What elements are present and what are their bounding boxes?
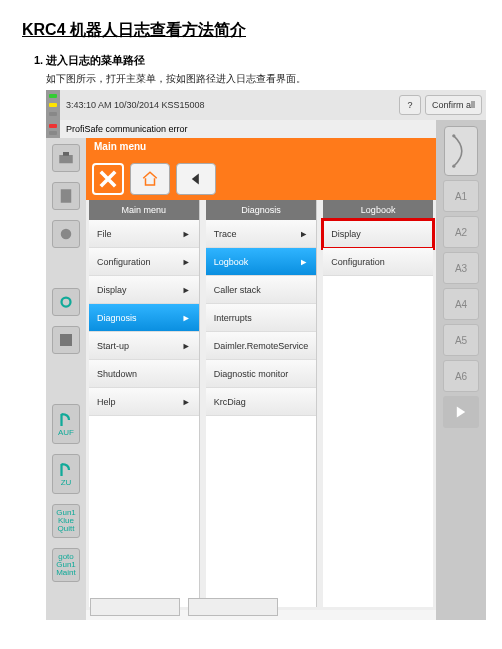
chevron-right-icon: ► [299,257,308,267]
goto-gun1-button[interactable]: goto Gun1 Maint [52,548,80,582]
right-rail: A1 A2 A3 A4 A5 A6 [436,120,486,620]
mi-label: Help [97,397,116,407]
mi-label: Logbook [214,257,249,267]
mi-interrupts[interactable]: Interrupts [206,304,317,332]
mi-startup[interactable]: Start-up► [89,332,199,360]
svg-point-4 [62,298,71,307]
chevron-right-icon: ► [182,257,191,267]
error-bar: ProfiSafe communication error [46,120,436,138]
col-diagnosis: Diagnosis Trace► Logbook► Caller stack I… [206,200,318,607]
footer-field-1[interactable] [90,598,180,616]
mi-shutdown[interactable]: Shutdown [89,360,199,388]
svg-point-6 [452,134,455,137]
mi-display[interactable]: Display► [89,276,199,304]
mi-label: KrcDiag [214,397,246,407]
main-menu-title: Main menu [86,138,436,158]
mi-label: Shutdown [97,369,137,379]
chevron-right-icon: ► [182,341,191,351]
mi-label: Configuration [331,257,385,267]
mi-diagmonitor[interactable]: Diagnostic monitor [206,360,317,388]
mi-daimler[interactable]: Daimler.RemoteService [206,332,317,360]
col-head-diag: Diagnosis [206,200,317,220]
mi-krcdiag[interactable]: KrcDiag [206,388,317,416]
mi-label: Display [331,229,361,239]
error-text: ProfiSafe communication error [60,124,188,134]
svg-rect-5 [60,334,72,346]
mi-callerstack[interactable]: Caller stack [206,276,317,304]
mi-label: Diagnostic monitor [214,369,289,379]
zu-button[interactable]: ZU [52,454,80,494]
svg-rect-2 [61,189,72,203]
left-rail: AUF ZU Gun1 Klue Quitt goto Gun1 Maint [46,138,86,620]
mi-label: Trace [214,229,237,239]
auf-button[interactable]: AUF [52,404,80,444]
svg-rect-1 [63,152,69,156]
help-button[interactable]: ? [399,95,421,115]
footer-field-2[interactable] [188,598,278,616]
mi-label: Display [97,285,127,295]
doc-title: KRC4 机器人日志查看方法简介 [22,20,480,41]
mi-label: Diagnosis [97,313,137,323]
mi-help[interactable]: Help► [89,388,199,416]
col-head-logbook: Logbook [323,200,433,220]
gripper-icon[interactable] [52,220,80,248]
chevron-right-icon: ► [182,397,191,407]
chevron-right-icon: ► [182,285,191,295]
home-button[interactable] [130,163,170,195]
mi-label: Start-up [97,341,129,351]
gear-icon[interactable] [52,288,80,316]
mi-logbook[interactable]: Logbook► [206,248,317,276]
led-stack [46,90,60,120]
auf-label: AUF [58,429,74,437]
axis-a2[interactable]: A2 [443,216,479,248]
col-logbook: Logbook Display Configuration [323,200,433,607]
axis-a5[interactable]: A5 [443,324,479,356]
main-menu-panel: Main menu Main menu File► Configuration►… [86,138,436,610]
file-icon[interactable] [52,182,80,210]
axis-a4[interactable]: A4 [443,288,479,320]
led-stack-2 [46,120,60,138]
jog-mode-icon[interactable] [444,126,478,176]
step-desc: 如下图所示，打开主菜单，按如图路径进入日志查看界面。 [46,72,480,86]
play-button[interactable] [443,396,479,428]
mi-configuration[interactable]: Configuration► [89,248,199,276]
mi-file[interactable]: File► [89,220,199,248]
mi-logbook-display[interactable]: Display [323,220,433,248]
mi-label: Configuration [97,257,151,267]
col-main-menu: Main menu File► Configuration► Display► … [89,200,200,607]
step-label: 1. 进入日志的菜单路径 [34,53,480,68]
footer-row [90,598,434,618]
axis-a3[interactable]: A3 [443,252,479,284]
mi-label: File [97,229,112,239]
mi-label: Caller stack [214,285,261,295]
chevron-right-icon: ► [299,229,308,239]
gun1-quit-button[interactable]: Gun1 Klue Quitt [52,504,80,538]
svg-rect-0 [59,155,73,163]
chevron-right-icon: ► [182,229,191,239]
back-button[interactable] [176,163,216,195]
status-bar: 3:43:10 AM 10/30/2014 KSS15008 ? Confirm… [46,90,486,120]
chevron-right-icon: ► [182,313,191,323]
module-icon[interactable] [52,326,80,354]
axis-a6[interactable]: A6 [443,360,479,392]
axis-a1[interactable]: A1 [443,180,479,212]
svg-point-7 [452,165,455,168]
zu-label: ZU [61,479,72,487]
mi-logbook-config[interactable]: Configuration [323,248,433,276]
close-button[interactable] [92,163,124,195]
confirm-all-button[interactable]: Confirm all [425,95,482,115]
svg-point-3 [61,229,72,240]
col-head-main: Main menu [89,200,199,220]
status-time: 3:43:10 AM 10/30/2014 KSS15008 [60,98,399,113]
mi-trace[interactable]: Trace► [206,220,317,248]
main-menu-controls [86,158,436,200]
menu-columns: Main menu File► Configuration► Display► … [86,200,436,610]
mi-diagnosis[interactable]: Diagnosis► [89,304,199,332]
screenshot: 3:43:10 AM 10/30/2014 KSS15008 ? Confirm… [46,90,486,620]
mi-label: Daimler.RemoteService [214,341,309,351]
toolbox-icon[interactable] [52,144,80,172]
mi-label: Interrupts [214,313,252,323]
